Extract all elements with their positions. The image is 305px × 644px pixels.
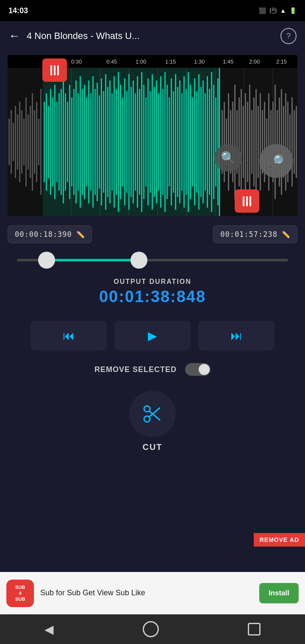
svg-rect-23	[38, 119, 39, 165]
svg-rect-40	[73, 89, 75, 195]
svg-rect-139	[285, 93, 286, 191]
svg-rect-105	[211, 72, 212, 212]
nav-back-button[interactable]: ◀	[44, 622, 54, 636]
handle-line	[246, 196, 248, 206]
start-timestamp[interactable]: 00:00:18:390 ✏️	[8, 225, 92, 243]
rewind-button[interactable]: ⏮	[30, 321, 107, 350]
svg-rect-103	[207, 76, 208, 208]
svg-rect-90	[179, 80, 180, 203]
svg-rect-20	[32, 93, 33, 191]
svg-rect-93	[186, 89, 187, 195]
play-icon: ▶	[148, 329, 157, 343]
end-timestamp[interactable]: 00:01:57:238 ✏️	[213, 225, 297, 243]
svg-rect-88	[175, 74, 176, 210]
svg-rect-66	[128, 74, 130, 210]
fast-forward-button[interactable]: ⏭	[198, 321, 274, 350]
svg-rect-137	[281, 89, 282, 195]
time-label-115: 1:15	[165, 58, 176, 65]
remove-ad-button[interactable]: REMOVE AD	[254, 533, 305, 547]
svg-rect-57	[109, 80, 111, 203]
nav-recents-button[interactable]	[248, 623, 261, 636]
svg-rect-96	[192, 97, 193, 186]
time-label-100: 1:00	[136, 58, 146, 65]
svg-rect-69	[135, 93, 136, 191]
time-label-145: 1:45	[223, 58, 233, 65]
svg-rect-56	[107, 87, 108, 197]
svg-rect-59	[114, 76, 115, 208]
svg-rect-49	[92, 76, 94, 208]
svg-rect-39	[71, 97, 72, 186]
svg-rect-47	[88, 80, 89, 203]
fast-forward-icon: ⏭	[230, 329, 242, 343]
handle-right-lines	[243, 196, 251, 206]
svg-rect-58	[111, 93, 113, 191]
svg-rect-107	[215, 97, 216, 186]
svg-rect-84	[166, 85, 168, 199]
handle-right[interactable]	[235, 55, 259, 216]
handle-line	[57, 65, 59, 75]
svg-rect-18	[28, 114, 29, 169]
output-section: OUTPUT DURATION 00:01:38:848	[0, 272, 305, 310]
svg-rect-24	[40, 89, 42, 195]
svg-point-147	[144, 406, 150, 412]
remove-selected-toggle[interactable]	[185, 363, 211, 376]
svg-rect-81	[160, 76, 161, 208]
remove-selected-row: REMOVE SELECTED	[0, 357, 305, 382]
handle-left[interactable]	[42, 55, 67, 216]
vibrate-icon: 📳	[269, 7, 277, 14]
svg-rect-86	[171, 78, 172, 205]
svg-rect-98	[196, 91, 197, 193]
waveform-container: 0:30 0:45 1:00 1:15 1:30 1:45 2:00 2:15	[8, 55, 297, 216]
svg-rect-91	[181, 93, 183, 191]
svg-rect-55	[105, 74, 106, 210]
svg-rect-19	[30, 106, 31, 178]
status-icons: ⬛ 📳 ▲ 🔋	[259, 7, 297, 14]
slider-thumb-start[interactable]	[38, 252, 55, 269]
svg-rect-75	[147, 78, 149, 205]
output-duration-value: 00:01:38:848	[0, 288, 305, 306]
install-button[interactable]: Install	[259, 583, 299, 603]
cut-label: CUT	[142, 442, 162, 452]
handle-right-button[interactable]	[235, 189, 259, 213]
scissors-icon	[142, 403, 163, 425]
nav-home-button[interactable]	[143, 621, 159, 637]
trim-slider[interactable]	[0, 248, 305, 272]
svg-rect-70	[137, 76, 138, 208]
back-button[interactable]: ←	[8, 29, 20, 43]
svg-rect-94	[188, 72, 189, 212]
svg-rect-92	[183, 76, 185, 208]
svg-rect-63	[122, 97, 123, 186]
svg-rect-60	[116, 89, 117, 195]
time-label-215: 2:15	[276, 58, 287, 65]
end-time-edit-icon[interactable]: ✏️	[282, 230, 290, 239]
svg-rect-95	[190, 85, 191, 199]
rewind-icon: ⏮	[63, 329, 75, 343]
svg-rect-143	[294, 110, 295, 174]
slider-fill	[47, 259, 139, 261]
svg-rect-52	[99, 95, 100, 189]
zoom-out-button[interactable]: 🔍	[214, 144, 242, 172]
slider-thumb-end[interactable]	[130, 252, 147, 269]
svg-rect-67	[130, 87, 132, 197]
zoom-in-button[interactable]: 🔎	[259, 144, 293, 178]
handle-line	[243, 196, 244, 206]
svg-rect-51	[97, 83, 98, 201]
start-time-edit-icon[interactable]: ✏️	[76, 230, 85, 239]
svg-rect-89	[177, 87, 178, 197]
svg-rect-11	[13, 123, 14, 161]
status-bar: 14:03 ⬛ 📳 ▲ 🔋	[0, 0, 305, 21]
slider-track	[17, 259, 288, 261]
zoom-out-icon: 🔍	[221, 151, 236, 165]
svg-rect-22	[36, 102, 37, 182]
handle-left-button[interactable]	[42, 58, 67, 82]
ad-banner: SUB4SUB Sub for Sub Get View Sub Like In…	[0, 572, 305, 614]
output-label: OUTPUT DURATION	[0, 278, 305, 286]
help-button[interactable]: ?	[280, 28, 297, 44]
cut-button[interactable]	[129, 391, 176, 437]
svg-rect-14	[19, 102, 20, 182]
play-button[interactable]: ▶	[114, 321, 191, 350]
svg-rect-106	[213, 85, 214, 199]
ad-icon-text: SUB4SUB	[15, 584, 25, 602]
svg-rect-76	[150, 91, 151, 193]
handle-line	[250, 196, 251, 206]
